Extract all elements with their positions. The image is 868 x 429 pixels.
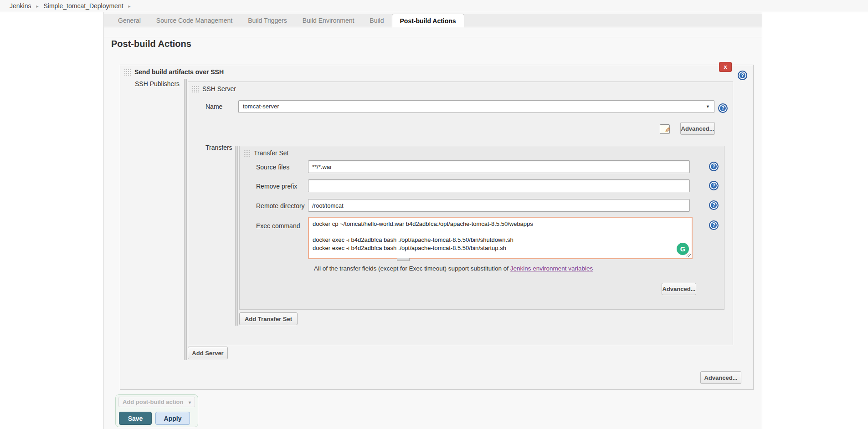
config-tabbar: General Source Code Management Build Tri… [104,14,762,27]
remove-prefix-label: Remove prefix [256,183,297,190]
tab-source-code-management[interactable]: Source Code Management [149,14,240,27]
remote-directory-label: Remote directory [256,202,305,209]
tab-build-environment[interactable]: Build Environment [295,14,362,27]
environment-variables-link[interactable]: Jenkins environment variables [510,265,593,272]
chevron-right-icon: ▸ [36,4,38,9]
drag-handle-icon[interactable] [124,69,131,76]
add-post-build-action-label: Add post-build action [123,398,184,405]
note-text: All of the transfer fields (except for E… [314,265,510,272]
exec-command-textarea[interactable]: docker cp ~/tomcat/hello-world.war b4d2a… [308,217,693,259]
publisher-section: Send build artifacts over SSH x ? SSH Pu… [120,65,754,390]
help-icon[interactable]: ? [709,162,719,171]
drag-handle-icon[interactable] [192,86,199,92]
transfer-set-panel: Transfer Set Source files ? Remove prefi… [239,146,724,310]
transfer-set-title: Transfer Set [254,149,289,157]
tab-general[interactable]: General [110,14,149,27]
footer-actions: Add post-build action ▾ Save Apply [115,394,198,427]
tab-build-triggers[interactable]: Build Triggers [240,14,295,27]
breadcrumb: Jenkins ▸ Simple_tomcat_Deployment ▸ [0,0,868,12]
ssh-server-title: SSH Server [202,85,236,92]
breadcrumb-item-jenkins[interactable]: Jenkins [10,2,31,10]
add-server-button[interactable]: Add Server [188,347,228,359]
transfers-label: Transfers [205,144,232,151]
remote-directory-input[interactable] [308,199,690,212]
transfer-fields-note: All of the transfer fields (except for E… [314,265,593,272]
drag-strip[interactable] [184,79,187,360]
help-icon[interactable]: ? [709,220,719,230]
add-transfer-set-button[interactable]: Add Transfer Set [239,312,298,325]
exec-command-wrap: docker cp ~/tomcat/hello-world.war b4d2a… [308,217,693,259]
help-icon[interactable]: ? [718,103,728,113]
help-icon[interactable]: ? [738,71,747,80]
source-files-input[interactable] [308,160,690,173]
publisher-header: Send build artifacts over SSH [124,68,224,76]
source-files-label: Source files [256,163,289,171]
remove-prefix-input[interactable] [308,179,690,192]
name-label: Name [205,103,222,110]
drag-strip[interactable] [235,146,238,326]
help-icon[interactable]: ? [709,181,719,190]
tab-post-build-actions[interactable]: Post-build Actions [392,14,464,27]
drag-handle-icon[interactable] [243,150,250,157]
save-button[interactable]: Save [119,412,152,425]
add-post-build-action-button[interactable]: Add post-build action ▾ [118,397,195,407]
ssh-server-name-select[interactable]: tomcat-server ▼ [238,100,714,113]
ssh-server-panel: SSH Server Name tomcat-server ▼ ? ✎ Adva… [188,82,733,345]
tab-build[interactable]: Build [362,14,391,27]
apply-button[interactable]: Apply [155,412,190,425]
transfer-advanced-button[interactable]: Advanced... [662,283,696,295]
ssh-server-name-value: tomcat-server [243,103,279,110]
chevron-down-icon: ▾ [189,400,191,405]
transfer-set-header: Transfer Set [243,149,289,157]
divider [104,37,762,37]
pencil-icon: ✎ [665,126,671,134]
help-icon[interactable]: ? [709,200,719,210]
page-title: Post-build Actions [111,39,191,49]
publisher-title: Send build artifacts over SSH [134,68,224,76]
ssh-server-header: SSH Server [192,85,236,92]
delete-publisher-button[interactable]: x [719,62,732,72]
breadcrumb-item-job[interactable]: Simple_tomcat_Deployment [44,2,123,10]
exec-command-label: Exec command [256,222,300,230]
chevron-right-icon: ▸ [128,4,131,9]
ssh-publishers-label: SSH Publishers [135,80,180,87]
edit-note-icon[interactable]: ✎ [660,124,670,134]
config-content: General Source Code Management Build Tri… [103,12,762,429]
server-advanced-button[interactable]: Advanced... [680,122,715,135]
publisher-advanced-button[interactable]: Advanced... [700,371,741,384]
chevron-down-icon: ▼ [706,101,710,112]
textarea-drag-grip[interactable] [397,258,410,261]
resize-grip-icon[interactable] [686,253,691,257]
